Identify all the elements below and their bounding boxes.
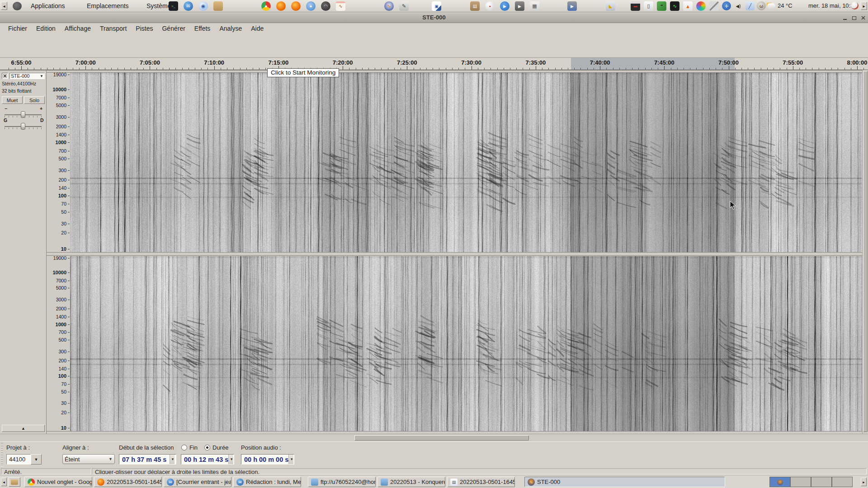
volume-icon[interactable]: ◀) <box>734 1 743 10</box>
maximize-button[interactable] <box>851 15 857 21</box>
frequency-tick <box>68 135 70 135</box>
selection-start-field[interactable]: 07 h 37 m 45 s▼ <box>119 454 176 465</box>
chromium-icon[interactable]: ● <box>306 1 316 11</box>
clipboard-icon[interactable]: ▤ <box>470 1 480 11</box>
media-player-icon[interactable]: ▶ <box>500 1 509 11</box>
search-sphere-icon[interactable]: ● <box>485 1 495 11</box>
audio-position-field[interactable]: 00 h 00 m 00 s▼ <box>241 454 294 465</box>
menu-effets[interactable]: Effets <box>190 24 215 33</box>
switch-icon[interactable]: ▯ <box>644 1 653 11</box>
radio-end[interactable] <box>181 445 187 450</box>
text-editor-icon[interactable]: ✎ <box>399 1 409 11</box>
calculator-icon[interactable]: ▦ <box>530 1 539 11</box>
color-wheel-icon[interactable] <box>696 1 706 11</box>
jack-tool-icon[interactable]: ∿ <box>336 1 345 11</box>
menu-affichage[interactable]: Affichage <box>60 24 95 33</box>
gnome-menu-icon[interactable] <box>13 2 22 10</box>
track-name-menu[interactable]: STE-000 ▼ <box>9 73 45 79</box>
project-rate-value: 44100 <box>9 456 25 463</box>
taskbar-window-8[interactable]: ∿STE-000 <box>524 477 725 487</box>
radio-duration[interactable] <box>204 445 210 450</box>
tablet-pen-icon[interactable]: ╱ <box>745 1 755 10</box>
show-desktop-button[interactable] <box>9 477 20 487</box>
audacity-icon[interactable]: ∿ <box>384 1 394 11</box>
horizontal-scrollbar[interactable] <box>0 434 868 441</box>
movie-player-2-icon[interactable]: ▶ <box>567 1 577 11</box>
chevron-down-icon: ▼ <box>40 74 43 78</box>
menu-fichier[interactable]: Fichier <box>4 24 32 33</box>
clapperboard-icon[interactable]: ▬ <box>631 1 640 11</box>
timeline-ruler[interactable]: 6:55:007:00:007:05:007:10:007:15:007:20:… <box>0 58 868 70</box>
project-rate-input[interactable]: 44100 <box>6 454 31 465</box>
track-collapse-button[interactable]: ▲ <box>2 425 45 432</box>
monitor-tooltip[interactable]: Click to Start Monitoring <box>267 68 339 77</box>
minimize-button[interactable] <box>842 15 848 21</box>
chrome-icon[interactable]: ● <box>261 1 271 11</box>
thunderbird-icon[interactable]: ✉ <box>184 1 193 11</box>
hscroll-thumb[interactable] <box>354 435 529 441</box>
display-settings-icon[interactable]: ◣ <box>606 1 615 11</box>
channel-divider-line <box>47 431 863 432</box>
menu-transport[interactable]: Transport <box>95 24 131 33</box>
vscroll-thumb[interactable] <box>863 71 868 432</box>
weather-icon <box>767 3 775 9</box>
menu-analyse[interactable]: Analyse <box>215 24 246 33</box>
workspace-2[interactable] <box>790 477 811 487</box>
tools-icon[interactable] <box>709 1 719 11</box>
selection-duration-field[interactable]: 00 h 12 m 43 s▼ <box>181 454 234 465</box>
panel-arrow-right[interactable]: ▸ <box>861 2 867 10</box>
menu-aide[interactable]: Aide <box>246 24 268 33</box>
panel-menu-applications[interactable]: Applications <box>28 0 68 12</box>
taskbar-window-2[interactable]: 20220513-0501-1645 ... <box>94 477 162 487</box>
spectrogram-channel-2[interactable] <box>70 256 863 431</box>
snap-combobox[interactable]: Éteint▼ <box>62 454 115 464</box>
panel-menu-emplacements[interactable]: Emplacements <box>84 0 132 12</box>
system-monitor-icon[interactable]: ∿ <box>670 1 679 11</box>
search-tracker-icon[interactable] <box>851 2 859 9</box>
xchat-icon[interactable]: ❝ <box>657 1 666 11</box>
solo-button[interactable]: Solo <box>24 96 45 104</box>
firefox-2-icon[interactable] <box>291 1 301 11</box>
toolbar-grip[interactable] <box>1 443 3 466</box>
clock-applet[interactable]: mer. 18 mai, 10:30 <box>808 2 857 9</box>
audacity-titlebar[interactable]: STE-000 <box>0 12 868 23</box>
file-manager-icon[interactable] <box>213 1 223 11</box>
panel-hide-arrow[interactable]: ◂ <box>1 2 7 10</box>
track-close-button[interactable] <box>2 73 8 79</box>
taskbar-window-7[interactable]: ▤20220513-0501-1645 ... <box>447 477 515 487</box>
taskbar-window-4[interactable]: ✉Rédaction : lundi, Merc... <box>233 477 301 487</box>
taskbar-window-6[interactable]: 20220513 - Konqueror <box>377 477 445 487</box>
vlc-icon[interactable]: ▲ <box>683 1 693 11</box>
menu-générer[interactable]: Générer <box>157 24 189 33</box>
movie-player-icon[interactable]: ▶ <box>515 1 524 11</box>
libreoffice-icon[interactable]: ▣ <box>432 1 441 11</box>
close-button[interactable] <box>860 15 866 21</box>
workspace-3[interactable] <box>811 477 832 487</box>
konqueror-icon[interactable]: ◉ <box>198 1 208 11</box>
terminal-icon[interactable]: >_ <box>169 1 178 11</box>
taskbar-window-3[interactable]: ✉[Courrier entrant - jea... <box>164 477 231 487</box>
workspace-1[interactable] <box>769 477 790 487</box>
vertical-scrollbar[interactable] <box>862 70 868 434</box>
gimp-icon[interactable]: ω <box>757 1 766 10</box>
taskbar: ◂●Nouvel onglet - Googl...20220513-0501-… <box>0 475 868 488</box>
frequency-tick <box>68 170 70 171</box>
mute-button[interactable]: Muet <box>2 96 23 104</box>
track-control-panel[interactable]: STE-000 ▼ Stéréo,44100Hz 32 bits flottan… <box>0 70 47 434</box>
menu-pistes[interactable]: Pistes <box>131 24 157 33</box>
menu-edition[interactable]: Edition <box>32 24 60 33</box>
taskbar-hide-arrow[interactable]: ◂ <box>1 478 7 486</box>
google-earth-icon[interactable]: ◠ <box>321 1 330 11</box>
taskbar-window-5[interactable]: ftp://u76052240@hom... <box>308 477 376 487</box>
workspace-4[interactable] <box>832 477 853 487</box>
accessibility-icon[interactable]: ✛ <box>722 1 731 10</box>
frequency-label: 20 <box>45 410 66 415</box>
pan-slider-thumb[interactable] <box>21 123 25 130</box>
spectrogram-channel-1[interactable] <box>70 73 863 252</box>
gain-slider-thumb[interactable] <box>21 111 25 118</box>
firefox-icon[interactable] <box>276 1 286 11</box>
taskbar-arrow-right[interactable]: ▸ <box>861 478 867 486</box>
project-rate-dropdown[interactable]: ▼ <box>31 454 42 465</box>
frequency-tick <box>68 288 70 288</box>
taskbar-window-1[interactable]: ●Nouvel onglet - Googl... <box>24 477 92 487</box>
